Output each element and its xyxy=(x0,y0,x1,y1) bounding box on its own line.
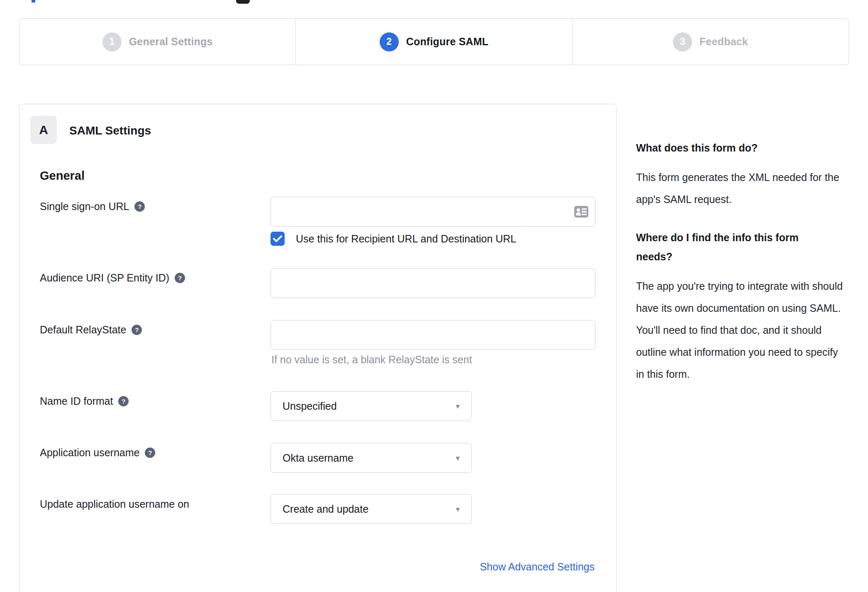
step-feedback[interactable]: 3 Feedback xyxy=(572,19,848,65)
checkmark-icon xyxy=(273,235,282,242)
help-sidebar: What does this form do? This form genera… xyxy=(636,138,848,385)
name-id-format-value: Unspecified xyxy=(283,400,456,412)
update-username-select[interactable]: Create and update ▾ xyxy=(271,494,472,524)
spacer xyxy=(636,157,848,166)
sso-url-input-wrap xyxy=(271,197,595,227)
step-number-badge: 2 xyxy=(380,32,399,51)
application-username-select[interactable]: Okta username ▾ xyxy=(271,443,472,473)
relay-state-label: Default RelayState ? xyxy=(40,324,142,336)
help-icon[interactable]: ? xyxy=(134,201,145,212)
application-username-value: Okta username xyxy=(283,452,456,464)
step-label: Configure SAML xyxy=(406,36,489,48)
section-title: SAML Settings xyxy=(69,124,151,137)
sidebar-heading-what: What does this form do? xyxy=(636,138,848,157)
application-username-label-text: Application username xyxy=(40,447,139,459)
show-advanced-settings-link[interactable]: Show Advanced Settings xyxy=(480,561,595,573)
relay-state-label-text: Default RelayState xyxy=(40,324,126,336)
spacer xyxy=(636,210,848,228)
recipient-destination-checkbox[interactable] xyxy=(271,232,285,246)
audience-uri-input[interactable] xyxy=(271,268,595,298)
section-a-badge: A xyxy=(30,116,57,144)
update-username-value: Create and update xyxy=(283,503,456,515)
step-number-badge: 3 xyxy=(673,32,692,51)
step-configure-saml[interactable]: 2 Configure SAML xyxy=(295,19,572,65)
recipient-destination-checkbox-label[interactable]: Use this for Recipient URL and Destinati… xyxy=(296,233,516,245)
update-username-label: Update application username on xyxy=(40,498,189,510)
audience-uri-input-wrap xyxy=(271,268,595,298)
chevron-down-icon: ▾ xyxy=(456,401,460,411)
help-icon[interactable]: ? xyxy=(175,273,185,283)
help-icon[interactable]: ? xyxy=(145,448,155,458)
cutoff-accent-fragment xyxy=(32,0,35,2)
saml-settings-panel: A SAML Settings General Single sign-on U… xyxy=(19,104,617,592)
name-id-format-label: Name ID format ? xyxy=(40,395,129,407)
application-username-label: Application username ? xyxy=(40,447,155,459)
name-id-format-select[interactable]: Unspecified ▾ xyxy=(271,391,472,421)
sso-url-input[interactable] xyxy=(271,197,595,227)
general-group-heading: General xyxy=(40,169,85,183)
wizard-stepper: 1 General Settings 2 Configure SAML 3 Fe… xyxy=(19,18,849,65)
audience-uri-label-text: Audience URI (SP Entity ID) xyxy=(40,272,169,284)
help-icon[interactable]: ? xyxy=(118,396,129,406)
step-number-badge: 1 xyxy=(102,32,122,51)
contact-card-icon[interactable] xyxy=(574,205,588,218)
step-label: General Settings xyxy=(129,36,213,48)
cutoff-title-fragment xyxy=(236,0,250,4)
step-label: Feedback xyxy=(700,36,748,48)
relay-state-input[interactable] xyxy=(271,320,595,350)
spacer xyxy=(636,266,848,275)
chevron-down-icon: ▾ xyxy=(456,504,460,514)
update-username-label-text: Update application username on xyxy=(40,498,189,510)
name-id-format-label-text: Name ID format xyxy=(40,395,113,407)
relay-state-input-wrap xyxy=(271,320,595,350)
sso-url-label-text: Single sign-on URL xyxy=(40,201,129,213)
help-icon[interactable]: ? xyxy=(132,325,142,335)
step-general-settings[interactable]: 1 General Settings xyxy=(20,19,295,65)
audience-uri-label: Audience URI (SP Entity ID) ? xyxy=(40,272,185,284)
sidebar-para-where: The app you're trying to integrate with … xyxy=(636,275,848,385)
chevron-down-icon: ▾ xyxy=(456,453,460,463)
relay-state-hint: If no value is set, a blank RelayState i… xyxy=(271,354,472,366)
sso-url-label: Single sign-on URL ? xyxy=(40,201,145,213)
sidebar-para-what: This form generates the XML needed for t… xyxy=(636,166,848,210)
sidebar-heading-where: Where do I find the info this form needs… xyxy=(636,228,831,266)
